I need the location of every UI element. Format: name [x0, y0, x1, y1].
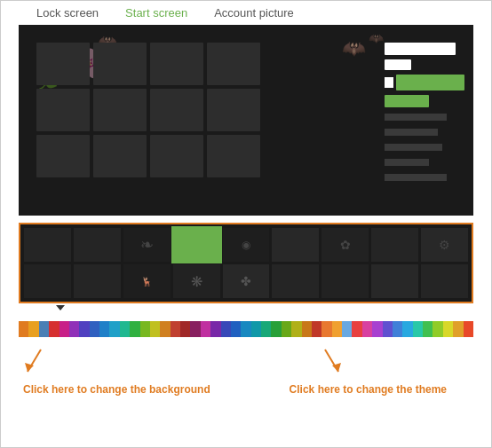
widget-line-4: [385, 159, 429, 166]
left-annotation: Click here to change the background: [23, 341, 210, 396]
tile-1: [36, 43, 90, 85]
thumb-item-2[interactable]: [74, 228, 121, 262]
color-strip: [19, 321, 473, 337]
color-swatch-5[interactable]: [69, 321, 79, 337]
color-swatch-23[interactable]: [251, 321, 261, 337]
thumb-item-13[interactable]: [173, 264, 220, 298]
color-swatch-27[interactable]: [291, 321, 301, 337]
color-swatch-4[interactable]: [60, 321, 69, 337]
color-swatch-30[interactable]: [321, 321, 331, 337]
thumb-item-5[interactable]: [223, 228, 270, 262]
widget-green-bar: [396, 75, 464, 90]
widget-bar-2: [385, 59, 411, 70]
color-swatch-2[interactable]: [39, 321, 49, 337]
tile-2: [93, 43, 147, 85]
color-swatch-1[interactable]: [28, 321, 38, 337]
preview-widgets: [385, 43, 464, 183]
color-swatch-40[interactable]: [423, 321, 432, 337]
color-swatch-37[interactable]: [393, 321, 402, 337]
color-swatch-15[interactable]: [171, 321, 180, 337]
tile-9: [36, 135, 90, 177]
selected-color-indicator: [56, 305, 65, 310]
color-swatch-35[interactable]: [372, 321, 382, 337]
tile-6: [93, 89, 147, 131]
thumb-item-15[interactable]: [272, 264, 319, 298]
color-swatch-21[interactable]: [231, 321, 241, 337]
tab-bar: Lock screen Start screen Account picture: [1, 1, 491, 25]
tile-4: [207, 43, 260, 85]
color-swatch-3[interactable]: [49, 321, 59, 337]
color-swatch-43[interactable]: [453, 321, 463, 337]
widget-bar-1: [385, 43, 456, 55]
start-tiles: [36, 43, 260, 177]
thumb-item-10[interactable]: [24, 264, 71, 298]
tile-8: [207, 89, 260, 131]
color-swatch-12[interactable]: [140, 321, 150, 337]
color-swatch-6[interactable]: [79, 321, 89, 337]
color-swatch-41[interactable]: [432, 321, 442, 337]
tile-12: [207, 135, 260, 177]
color-swatch-24[interactable]: [261, 321, 271, 337]
widget-line-5: [385, 174, 447, 181]
thumb-item-3[interactable]: [123, 228, 171, 262]
tile-10: [93, 135, 147, 177]
widget-line-2: [385, 129, 438, 136]
color-swatch-22[interactable]: [241, 321, 250, 337]
widget-row-1: [385, 75, 464, 90]
widget-green-small: [385, 95, 429, 107]
tab-start-screen[interactable]: Start screen: [125, 6, 187, 20]
thumb-item-4[interactable]: [173, 228, 220, 262]
color-swatch-17[interactable]: [190, 321, 200, 337]
color-swatch-39[interactable]: [413, 321, 423, 337]
color-swatch-38[interactable]: [402, 321, 412, 337]
color-swatch-25[interactable]: [271, 321, 281, 337]
color-swatch-9[interactable]: [109, 321, 119, 337]
color-swatch-42[interactable]: [443, 321, 453, 337]
color-swatch-32[interactable]: [342, 321, 352, 337]
color-swatch-34[interactable]: [362, 321, 372, 337]
thumb-item-6[interactable]: [272, 228, 319, 262]
color-swatch-7[interactable]: [90, 321, 99, 337]
color-swatch-26[interactable]: [282, 321, 291, 337]
svg-text:🦇: 🦇: [342, 36, 367, 60]
color-swatch-13[interactable]: [150, 321, 160, 337]
color-swatch-29[interactable]: [312, 321, 321, 337]
left-arrow-icon: [23, 341, 76, 381]
color-swatch-28[interactable]: [302, 321, 312, 337]
right-arrow-icon: [290, 341, 343, 381]
widget-line-1: [385, 114, 447, 121]
widget-square: [385, 77, 393, 88]
thumb-item-1[interactable]: [24, 228, 71, 262]
svg-text:🦇: 🦇: [369, 31, 385, 46]
left-annotation-text: Click here to change the background: [23, 383, 210, 396]
color-swatch-31[interactable]: [332, 321, 342, 337]
color-swatch-10[interactable]: [120, 321, 130, 337]
right-annotation-text: Click here to change the theme: [290, 383, 447, 396]
color-swatch-19[interactable]: [210, 321, 220, 337]
color-swatch-18[interactable]: [201, 321, 210, 337]
thumb-item-17[interactable]: [371, 264, 418, 298]
color-swatch-36[interactable]: [383, 321, 393, 337]
tab-lock-screen[interactable]: Lock screen: [36, 6, 99, 20]
thumb-item-9[interactable]: [421, 228, 468, 262]
color-swatch-16[interactable]: [180, 321, 190, 337]
thumb-item-16[interactable]: [321, 264, 369, 298]
color-swatch-11[interactable]: [130, 321, 139, 337]
color-swatch-0[interactable]: [19, 321, 28, 337]
color-strip-wrapper: [19, 321, 473, 337]
color-swatch-44[interactable]: [464, 321, 473, 337]
thumb-item-7[interactable]: [321, 228, 369, 262]
color-swatch-14[interactable]: [160, 321, 170, 337]
color-swatch-20[interactable]: [221, 321, 231, 337]
thumb-item-12[interactable]: [123, 264, 171, 298]
thumb-item-18[interactable]: [421, 264, 468, 298]
thumb-item-11[interactable]: [74, 264, 121, 298]
annotations: Click here to change the background Clic…: [19, 341, 473, 394]
thumb-item-14[interactable]: [223, 264, 270, 298]
color-swatch-8[interactable]: [99, 321, 109, 337]
background-thumbnails: [19, 223, 473, 303]
tab-account-picture[interactable]: Account picture: [214, 6, 294, 20]
start-screen-preview: 🦇 🦇 🌸 🌿 🦇 🦇: [19, 25, 473, 216]
color-swatch-33[interactable]: [352, 321, 361, 337]
thumb-item-8[interactable]: [371, 228, 418, 262]
